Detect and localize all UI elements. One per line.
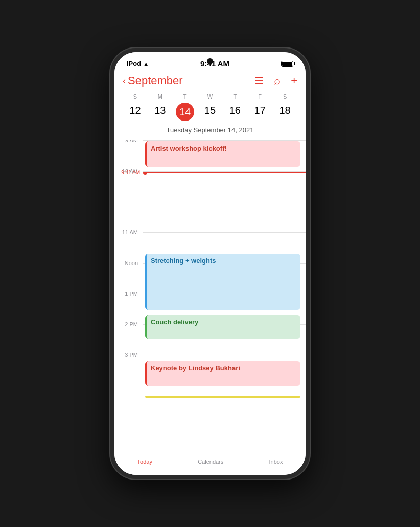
week-days-header: S M T W T F S [123, 93, 297, 100]
tab-inbox[interactable]: Inbox [269, 458, 283, 465]
header-actions: ☰ ⌕ + [254, 74, 297, 87]
device-screen: iPod ▲ 9:41 AM ‹ September [114, 52, 306, 475]
day-letter-0: S [123, 93, 148, 100]
list-icon[interactable]: ☰ [254, 75, 264, 87]
tab-calendars-label[interactable]: Calendars [198, 459, 223, 465]
time-label-noon: Noon [114, 260, 143, 266]
event-couch-delivery[interactable]: Couch delivery [145, 315, 300, 339]
date-15[interactable]: 15 [198, 103, 223, 121]
time-label-9am: 9 AM [114, 140, 143, 143]
date-12[interactable]: 12 [123, 103, 148, 121]
day-letter-4: T [222, 93, 247, 100]
time-label-10am: 10 AM [114, 168, 143, 174]
back-arrow-icon[interactable]: ‹ [123, 76, 126, 86]
month-title[interactable]: September [128, 74, 183, 87]
search-icon[interactable]: ⌕ [274, 74, 281, 87]
time-line-3pm [143, 355, 306, 355]
event-stretching-title: Stretching + weights [151, 257, 216, 265]
tab-bar: Today Calendars Inbox [114, 452, 306, 475]
tab-calendars[interactable]: Calendars [198, 458, 223, 465]
time-line-10am [143, 171, 306, 172]
day-letter-1: M [148, 93, 173, 100]
date-16[interactable]: 16 [222, 103, 247, 121]
day-letter-6: S [272, 93, 297, 100]
time-row-10am: 10 AM [114, 171, 306, 202]
calendar-header: ‹ September ☰ ⌕ + S M T W T F [114, 70, 306, 140]
header-top: ‹ September ☰ ⌕ + [123, 74, 297, 87]
device-frame: iPod ▲ 9:41 AM ‹ September [110, 48, 310, 479]
event-stretching[interactable]: Stretching + weights [145, 254, 300, 310]
time-row-gap1 [114, 202, 306, 232]
calendar-scroll[interactable]: 9 AM 9:41 AM [114, 140, 306, 452]
yellow-event-bar[interactable] [145, 396, 300, 398]
status-right [281, 61, 293, 67]
wifi-icon: ▲ [143, 61, 149, 67]
event-keynote-title: Keynote by Lindsey Bukhari [151, 364, 240, 372]
grid-area: 9 AM 9:41 AM [114, 140, 306, 396]
date-13[interactable]: 13 [148, 103, 173, 121]
week-dates: 12 13 14 15 16 17 18 [123, 103, 297, 121]
tab-today[interactable]: Today [137, 458, 152, 465]
event-keynote[interactable]: Keynote by Lindsey Bukhari [145, 361, 300, 386]
time-label-1pm: 1 PM [114, 291, 143, 297]
time-label-11am: 11 AM [114, 229, 143, 235]
status-left: iPod ▲ [127, 60, 149, 67]
event-artist-workshop-title: Artist workshop kickoff! [151, 145, 227, 152]
time-line-11am [143, 232, 306, 233]
day-letter-5: F [247, 93, 272, 100]
date-label: Tuesday September 14, 2021 [123, 124, 297, 138]
date-17[interactable]: 17 [247, 103, 272, 121]
time-line-9am [143, 140, 306, 141]
day-letter-3: W [198, 93, 223, 100]
event-artist-workshop[interactable]: Artist workshop kickoff! [145, 141, 300, 167]
time-label-2pm: 2 PM [114, 321, 143, 327]
carrier-label: iPod [127, 60, 141, 67]
add-icon[interactable]: + [291, 74, 297, 87]
battery-fill [282, 62, 292, 66]
tab-inbox-label[interactable]: Inbox [269, 459, 283, 465]
month-nav[interactable]: ‹ September [123, 74, 183, 87]
tab-today-label[interactable]: Today [137, 459, 152, 465]
event-couch-delivery-title: Couch delivery [151, 318, 198, 326]
day-letter-2: T [173, 93, 198, 100]
date-14-today[interactable]: 14 [176, 103, 194, 121]
status-time: 9:41 AM [200, 59, 229, 68]
battery-icon [281, 61, 293, 67]
app-content: ‹ September ☰ ⌕ + S M T W T F [114, 70, 306, 475]
status-bar: iPod ▲ 9:41 AM [114, 52, 306, 70]
date-18[interactable]: 18 [272, 103, 297, 121]
time-label-3pm: 3 PM [114, 352, 143, 358]
